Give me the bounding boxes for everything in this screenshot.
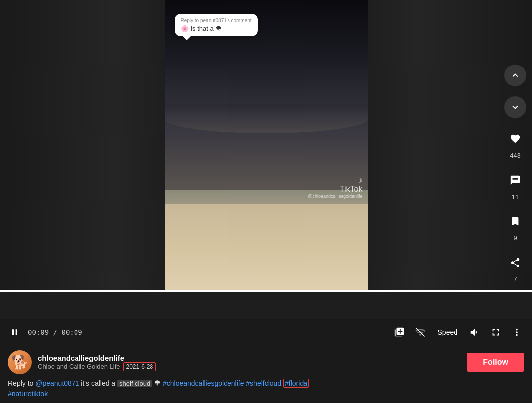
fullscreen-button[interactable] [488,325,503,339]
description-row: Reply to @peanut0871 it's called a shelf… [8,378,524,399]
bottom-info: 🐕 chloeandcalliegoldenlife Chloe and Cal… [0,345,532,403]
time-separator: / [53,328,62,336]
speed-button[interactable]: Speed [434,326,461,338]
video-area: Reply to peanut0871's comment 🌸 Is that … [0,0,532,319]
avatar[interactable]: 🐕 [8,350,32,374]
time-current: 00:09 [28,328,49,336]
volume-button[interactable] [467,325,482,339]
comment-text: 🌸 Is that a 🌪 [181,25,252,32]
bookmark-button[interactable] [504,210,526,232]
hashtag-goldenlife[interactable]: #chloeandcalliesgoldenlife [163,379,246,387]
speed-label: Speed [438,328,457,336]
channel-subtitle: Chloe and Callie Golden Life 2021-6-28 [38,362,461,371]
avatar-icon: 🐕 [11,354,29,371]
time-total: 00:09 [61,328,82,336]
hashtag-shelfcloud[interactable]: #shelfcloud [246,379,283,387]
channel-name[interactable]: chloeandcalliegoldenlife [38,354,461,362]
comment-button[interactable] [504,169,526,191]
follow-button[interactable]: Follow [467,353,524,372]
controls-bar: 00:09 / 00:09 Speed [0,319,532,345]
tiktok-logo: ♪ [308,176,362,185]
like-count: 443 [510,152,521,159]
channel-subtitle-text: Chloe and Callie Golden Life [38,363,120,370]
bookmark-count: 9 [513,234,517,242]
tiktok-text: TikTok [308,185,362,194]
comment-group: 11 [504,169,526,201]
hashtag-florida[interactable]: #florida [283,379,309,388]
mention-link[interactable]: @peanut0871 [35,379,79,387]
description-prefix: Reply to [8,379,35,387]
shelf-cloud-tag: shelf cloud [117,380,152,387]
sand-area [165,204,368,292]
description-text: it's called a [81,379,117,387]
date-badge: 2021-6-28 [123,362,156,371]
like-group: 443 [504,128,526,159]
more-options-button[interactable] [509,325,524,339]
share-button[interactable] [504,252,526,273]
channel-row: 🐕 chloeandcalliegoldenlife Chloe and Cal… [8,350,524,374]
cloud-emoji: 🌩 [154,379,163,387]
comment-bubble: Reply to peanut0871's comment 🌸 Is that … [175,14,258,36]
tiktok-username: @chloeandcalliesgoldenlife [308,194,362,199]
channel-info: chloeandcalliegoldenlife Chloe and Calli… [38,354,461,371]
shelf-cloud-visual [165,104,368,133]
tiktok-watermark: ♪ TikTok @chloeandcalliesgoldenlife [308,176,362,199]
share-count: 7 [513,275,517,283]
time-display: 00:09 / 00:09 [28,328,82,336]
nav-down-button[interactable] [504,96,526,118]
pause-button[interactable] [8,325,22,339]
offline-icon [413,325,428,339]
bookmark-group: 9 [504,210,526,242]
action-sidebar: 443 11 9 7 [504,65,526,283]
progress-bar-container[interactable] [0,290,532,292]
main-container: Reply to peanut0871's comment 🌸 Is that … [0,0,532,403]
comment-body: Is that a 🌪 [191,25,222,32]
hashtag-naturetiktok[interactable]: #naturetiktok [8,390,48,398]
share-group: 7 [504,252,526,283]
screenshot-button[interactable] [392,325,407,339]
comment-reply-to: Reply to peanut0871's comment [181,18,252,23]
left-overlay [0,0,165,292]
nav-up-button[interactable] [504,65,526,86]
video-frame[interactable]: Reply to peanut0871's comment 🌸 Is that … [165,0,368,292]
progress-bar-fill [0,290,532,292]
comment-count: 11 [512,193,519,201]
emoji-icon: 🌸 [181,25,189,32]
like-button[interactable] [504,128,526,150]
